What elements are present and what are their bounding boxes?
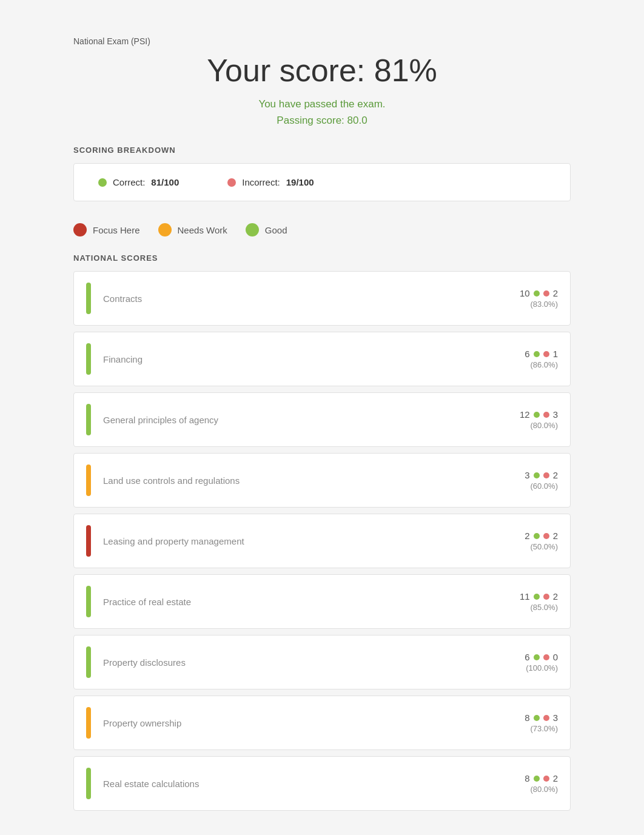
row-stats: 3 2 (60.0%): [525, 470, 558, 491]
focus-dot: [73, 223, 87, 236]
focus-legend: Focus Here: [73, 223, 140, 236]
table-row: General principles of agency 12 3 (80.0%…: [73, 392, 571, 447]
table-row: Financing 6 1 (86.0%): [73, 332, 571, 386]
needs-label: Needs Work: [178, 225, 227, 235]
row-name: Practice of real estate: [103, 597, 520, 607]
needs-legend: Needs Work: [158, 223, 227, 236]
score-summary-card: Correct: 81/100 Incorrect: 19/100: [73, 163, 571, 201]
national-scores-title: National Scores: [73, 253, 571, 263]
focus-label: Focus Here: [93, 225, 140, 235]
count-correct: 10: [520, 288, 530, 298]
count-correct: 8: [525, 713, 529, 723]
row-stats: 8 3 (73.0%): [525, 713, 558, 733]
row-name: Land use controls and regulations: [103, 475, 525, 486]
correct-item: Correct: 81/100: [98, 177, 179, 187]
count-incorrect: 3: [553, 409, 558, 420]
incorrect-label: Incorrect:: [242, 177, 280, 187]
count-correct: 8: [525, 773, 529, 783]
row-counts: 6 0: [525, 652, 558, 662]
count-dot-incorrect: [543, 533, 549, 539]
count-incorrect: 3: [553, 713, 558, 723]
row-stats: 10 2 (83.0%): [520, 288, 558, 309]
row-stats: 11 2 (85.0%): [520, 591, 558, 612]
row-counts: 11 2: [520, 591, 558, 602]
row-counts: 8 3: [525, 713, 558, 723]
correct-value: 81/100: [151, 177, 179, 187]
incorrect-item: Incorrect: 19/100: [227, 177, 314, 187]
row-percent: (50.0%): [530, 542, 558, 551]
row-indicator: [86, 343, 91, 375]
row-counts: 3 2: [525, 470, 558, 480]
row-stats: 2 2 (50.0%): [525, 531, 558, 551]
correct-dot: [98, 178, 107, 187]
row-name: Property disclosures: [103, 657, 525, 668]
row-indicator: [86, 404, 91, 435]
row-percent: (86.0%): [530, 360, 558, 369]
count-correct: 6: [525, 652, 529, 662]
count-incorrect: 2: [553, 470, 558, 480]
row-stats: 8 2 (80.0%): [525, 773, 558, 794]
incorrect-dot: [227, 178, 236, 187]
count-incorrect: 2: [553, 591, 558, 602]
count-dot-correct: [534, 290, 540, 297]
count-incorrect: 0: [553, 652, 558, 662]
count-dot-correct: [534, 654, 540, 660]
row-percent: (83.0%): [530, 300, 558, 309]
row-counts: 12 3: [520, 409, 558, 420]
count-incorrect: 2: [553, 288, 558, 298]
table-row: Real estate calculations 8 2 (80.0%): [73, 756, 571, 811]
row-indicator: [86, 283, 91, 314]
good-dot: [246, 223, 259, 236]
table-row: Land use controls and regulations 3 2 (6…: [73, 453, 571, 508]
row-indicator: [86, 525, 91, 557]
score-heading: Your score: 81%: [73, 52, 571, 89]
row-name: Financing: [103, 354, 525, 364]
count-dot-incorrect: [543, 776, 549, 782]
row-percent: (80.0%): [530, 421, 558, 430]
row-percent: (60.0%): [530, 481, 558, 491]
count-dot-correct: [534, 472, 540, 478]
incorrect-value: 19/100: [286, 177, 314, 187]
row-indicator: [86, 646, 91, 678]
row-counts: 6 1: [525, 349, 558, 359]
count-correct: 11: [520, 591, 530, 602]
table-row: Property disclosures 6 0 (100.0%): [73, 635, 571, 689]
correct-label: Correct:: [113, 177, 145, 187]
count-dot-incorrect: [543, 594, 549, 600]
row-percent: (85.0%): [530, 603, 558, 612]
row-percent: (73.0%): [530, 724, 558, 733]
count-correct: 6: [525, 349, 529, 359]
row-name: Leasing and property management: [103, 536, 525, 546]
row-indicator: [86, 707, 91, 739]
row-percent: (80.0%): [530, 785, 558, 794]
row-indicator: [86, 464, 91, 496]
count-correct: 2: [525, 531, 529, 541]
count-dot-correct: [534, 594, 540, 600]
row-counts: 2 2: [525, 531, 558, 541]
row-name: Real estate calculations: [103, 779, 525, 789]
row-percent: (100.0%): [526, 663, 558, 672]
pass-status: You have passed the exam. Passing score:…: [73, 96, 571, 129]
good-legend: Good: [246, 223, 287, 236]
count-correct: 3: [525, 470, 529, 480]
count-dot-incorrect: [543, 290, 549, 297]
count-incorrect: 1: [553, 349, 558, 359]
count-dot-incorrect: [543, 654, 549, 660]
national-scores-section: Contracts 10 2 (83.0%) Financing 6 1 (86…: [73, 271, 571, 811]
table-row: Contracts 10 2 (83.0%): [73, 271, 571, 326]
row-name: Contracts: [103, 293, 520, 304]
count-dot-incorrect: [543, 351, 549, 357]
count-correct: 12: [520, 409, 530, 420]
count-dot-incorrect: [543, 412, 549, 418]
row-stats: 6 0 (100.0%): [525, 652, 558, 672]
row-indicator: [86, 586, 91, 617]
table-row: Property ownership 8 3 (73.0%): [73, 696, 571, 750]
needs-dot: [158, 223, 172, 236]
good-label: Good: [265, 225, 287, 235]
count-dot-correct: [534, 715, 540, 721]
row-stats: 6 1 (86.0%): [525, 349, 558, 369]
count-incorrect: 2: [553, 773, 558, 783]
legend: Focus Here Needs Work Good: [73, 223, 571, 236]
row-stats: 12 3 (80.0%): [520, 409, 558, 430]
count-dot-correct: [534, 533, 540, 539]
